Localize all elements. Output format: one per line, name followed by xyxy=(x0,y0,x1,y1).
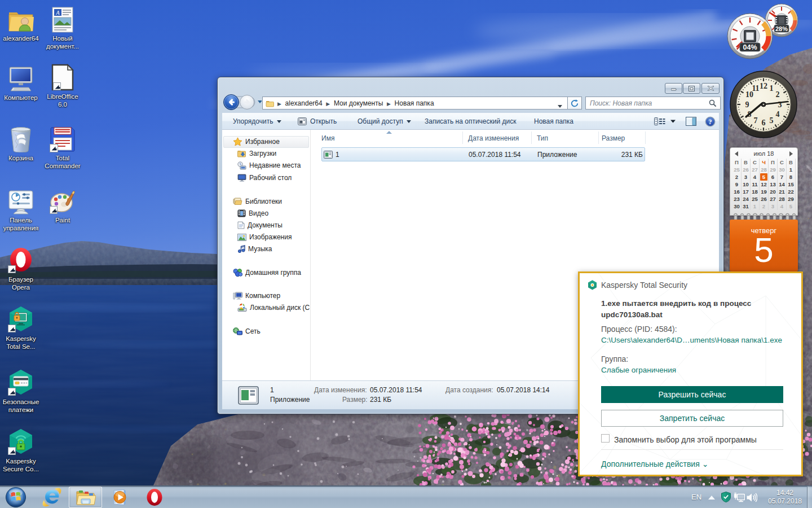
svg-text:6: 6 xyxy=(762,119,766,127)
svg-text:?: ? xyxy=(709,117,712,125)
svg-text:9: 9 xyxy=(745,100,749,109)
svg-text:A: A xyxy=(55,10,60,16)
svg-text:11: 11 xyxy=(752,84,759,93)
svg-text:1: 1 xyxy=(770,84,774,93)
svg-text:7: 7 xyxy=(754,116,758,125)
svg-text:04%: 04% xyxy=(743,43,757,51)
svg-text:28%: 28% xyxy=(775,25,788,32)
svg-text:4: 4 xyxy=(776,110,780,119)
svg-text:5: 5 xyxy=(770,116,774,125)
svg-text:12: 12 xyxy=(760,82,767,90)
svg-text:2: 2 xyxy=(776,90,780,99)
